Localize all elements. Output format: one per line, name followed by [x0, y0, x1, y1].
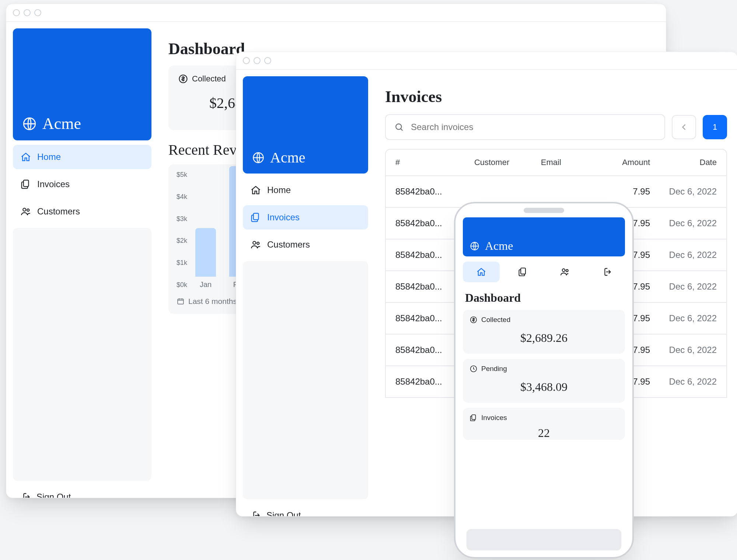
sidebar-item-label: Customers [37, 206, 80, 217]
svg-point-10 [396, 124, 401, 129]
sidebar: Acme Home Invoices [236, 70, 375, 517]
pager-prev-button[interactable] [672, 115, 696, 139]
svg-rect-17 [472, 415, 475, 420]
sidebar-item-label: Invoices [37, 179, 70, 189]
sidebar: Acme Home Invoices [6, 22, 158, 498]
window-control-zoom-icon[interactable] [34, 9, 41, 16]
chart-bar [195, 228, 216, 277]
sidebar-item-home[interactable]: Home [243, 178, 368, 202]
search-invoices-input[interactable] [385, 114, 665, 140]
sidebar-item-invoices[interactable]: Invoices [243, 205, 368, 230]
sidebar-item-customers[interactable]: Customers [13, 199, 151, 224]
dollar-circle-icon [469, 316, 478, 324]
search-input-field[interactable] [410, 122, 656, 133]
cell-date: Dec 6, 2022 [650, 186, 717, 197]
device-notch [524, 208, 564, 213]
window-control-close-icon[interactable] [243, 57, 250, 64]
globe-icon [252, 151, 265, 164]
cell-date: Dec 6, 2022 [650, 218, 717, 228]
svg-rect-5 [178, 299, 184, 304]
window-control-minimize-icon[interactable] [24, 9, 31, 16]
pending-card: Pending $3,468.09 [463, 359, 625, 403]
mobile-nav-invoices[interactable] [505, 262, 542, 282]
document-copy-icon [250, 212, 261, 223]
cell-id: 85842ba0... [395, 186, 474, 197]
col-date: Date [650, 158, 717, 167]
cell-date: Dec 6, 2022 [650, 313, 717, 323]
sidebar-item-label: Home [37, 152, 61, 162]
sidebar-spacer [243, 261, 368, 499]
cell-email [541, 186, 595, 197]
page-title: Invoices [385, 87, 727, 106]
sign-out-icon [250, 510, 261, 517]
svg-rect-1 [24, 180, 29, 187]
pending-amount: $3,468.09 [469, 373, 618, 397]
pager-page-number: 1 [713, 122, 717, 132]
clock-icon [469, 365, 478, 373]
sign-out-label: Sign Out [36, 492, 71, 498]
sign-out-icon [20, 492, 31, 498]
svg-rect-12 [521, 268, 525, 274]
sidebar-item-invoices[interactable]: Invoices [13, 172, 151, 196]
users-icon [250, 239, 261, 250]
window-titlebar [236, 52, 737, 70]
mobile-dashboard-device: Acme [454, 202, 634, 559]
col-id: # [395, 158, 474, 167]
sidebar-item-home[interactable]: Home [13, 145, 151, 169]
globe-icon [469, 241, 480, 251]
home-icon [250, 185, 261, 196]
brand-logo-block: Acme [243, 76, 368, 174]
cell-date: Dec 6, 2022 [650, 345, 717, 355]
svg-point-9 [257, 242, 259, 244]
sign-out-button[interactable]: Sign Out [13, 485, 151, 498]
brand-logo-block: Acme [463, 217, 625, 256]
window-titlebar [6, 4, 666, 22]
users-icon [20, 206, 31, 217]
svg-rect-7 [254, 213, 259, 220]
sidebar-item-customers[interactable]: Customers [243, 232, 368, 257]
invoices-count-card: Invoices 22 [463, 408, 625, 440]
users-icon [560, 267, 570, 277]
window-control-close-icon[interactable] [13, 9, 20, 16]
collected-card: Collected $2,689.26 [463, 310, 625, 354]
mobile-nav-home[interactable] [463, 262, 500, 282]
arrow-left-icon [679, 122, 689, 132]
collected-amount: $2,689.26 [469, 324, 618, 348]
invoices-label: Invoices [481, 414, 507, 422]
brand-name: Acme [270, 149, 305, 166]
svg-point-2 [23, 208, 26, 211]
svg-point-13 [562, 269, 565, 272]
chart-footer-text: Last 6 months [188, 297, 237, 306]
document-copy-icon [469, 414, 478, 422]
document-copy-icon [518, 267, 528, 277]
home-icon [20, 151, 31, 162]
page-title: Dashboard [465, 291, 623, 305]
sidebar-item-label: Invoices [267, 212, 300, 223]
pager-page-button[interactable]: 1 [703, 115, 727, 139]
collected-label: Collected [192, 74, 226, 84]
window-control-minimize-icon[interactable] [254, 57, 261, 64]
cell-date: Dec 6, 2022 [650, 250, 717, 260]
chart-y-axis: $5k $4k $3k $2k $1k $0k [177, 171, 193, 289]
search-icon [394, 122, 404, 132]
chart-x-label: Jan [200, 280, 212, 289]
calendar-icon [177, 297, 185, 305]
col-email: Email [541, 158, 595, 167]
cell-amount: 7.95 [595, 186, 650, 197]
svg-point-3 [27, 209, 29, 211]
globe-icon [22, 116, 37, 132]
cell-date: Dec 6, 2022 [650, 377, 717, 387]
brand-name: Acme [42, 114, 81, 133]
window-control-zoom-icon[interactable] [264, 57, 271, 64]
brand-logo-block: Acme [13, 28, 151, 140]
svg-point-14 [566, 270, 568, 272]
col-customer: Customer [474, 158, 541, 167]
document-copy-icon [20, 179, 31, 190]
sign-out-icon [601, 267, 612, 277]
sign-out-button[interactable]: Sign Out [243, 504, 368, 517]
mobile-nav-customers[interactable] [546, 262, 583, 282]
home-icon [476, 267, 486, 277]
mobile-primary-button[interactable] [467, 529, 621, 550]
mobile-nav-signout[interactable] [588, 262, 625, 282]
cell-customer [474, 186, 541, 197]
